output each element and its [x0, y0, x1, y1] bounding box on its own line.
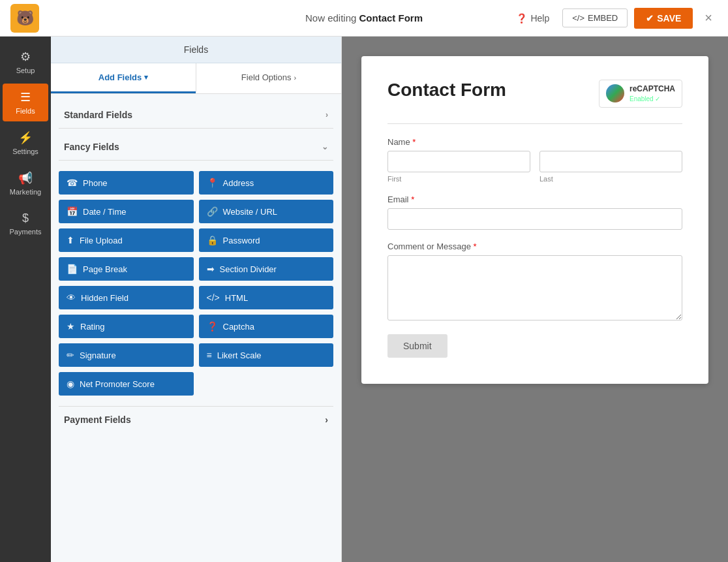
likert-icon: ≡	[207, 350, 212, 360]
password-field-button[interactable]: 🔒 Password	[199, 228, 334, 252]
nps-label: Net Promoter Score	[80, 379, 155, 389]
last-name-input[interactable]	[539, 151, 682, 172]
save-button[interactable]: ✔ SAVE	[634, 8, 693, 29]
fields-tabs: Add Fields ▾ Field Options ›	[51, 63, 341, 94]
help-icon: ❓	[516, 13, 527, 23]
sidebar-item-payments[interactable]: $ Payments	[3, 205, 48, 242]
section-divider-field-button[interactable]: ➡ Section Divider	[199, 257, 334, 281]
email-label: Email *	[387, 195, 682, 204]
fields-icon: ☰	[20, 90, 31, 104]
form-name: Contact Form	[359, 12, 423, 23]
standard-fields-section[interactable]: Standard Fields ›	[59, 102, 333, 129]
fancy-fields-section[interactable]: Fancy Fields ⌄	[59, 134, 333, 161]
close-icon: ×	[705, 10, 712, 25]
first-name-sublabel: First	[387, 175, 530, 183]
tab-field-options-label: Field Options	[241, 72, 292, 82]
embed-button[interactable]: </> EMBED	[562, 8, 628, 27]
hidden-field-button[interactable]: 👁 Hidden Field	[59, 286, 194, 309]
marketing-icon: 📢	[18, 171, 33, 185]
tab-add-fields[interactable]: Add Fields ▾	[51, 63, 196, 93]
chevron-right-icon: ›	[294, 74, 296, 82]
sidebar-item-fields[interactable]: ☰ Fields	[3, 84, 48, 121]
standard-fields-chevron: ›	[326, 110, 328, 119]
last-name-sublabel: Last	[539, 175, 682, 183]
header-right: ❓ Help </> EMBED ✔ SAVE ×	[509, 8, 718, 29]
sidebar-label-fields: Fields	[16, 107, 35, 115]
fields-content: Standard Fields › Fancy Fields ⌄ ☎ Phone…	[51, 94, 341, 441]
email-required: *	[409, 195, 415, 204]
likert-label: Likert Scale	[217, 351, 262, 360]
sidebar-item-marketing[interactable]: 📢 Marketing	[3, 164, 48, 202]
form-title: Contact Form	[387, 80, 506, 101]
page-break-field-button[interactable]: 📄 Page Break	[59, 257, 194, 281]
phone-field-button[interactable]: ☎ Phone	[59, 171, 194, 195]
captcha-field-button[interactable]: ❓ Captcha	[199, 315, 334, 338]
section-divider-label: Section Divider	[220, 264, 277, 274]
email-field-group: Email *	[387, 195, 682, 230]
form-divider	[387, 123, 682, 124]
name-row: First Last	[387, 151, 682, 183]
rating-field-button[interactable]: ★ Rating	[59, 315, 194, 338]
rating-icon: ★	[67, 321, 75, 332]
last-name-col: Last	[539, 151, 682, 183]
comment-label: Comment or Message *	[387, 242, 682, 251]
file-upload-field-button[interactable]: ⬆ File Upload	[59, 228, 194, 252]
rating-label: Rating	[80, 322, 105, 332]
logo: 🐻	[10, 4, 39, 33]
sidebar-label-setup: Setup	[16, 67, 35, 74]
hidden-label: Hidden Field	[81, 293, 129, 303]
header-left: 🐻	[10, 4, 39, 33]
fields-header-label: Fields	[184, 44, 208, 55]
submit-button[interactable]: Submit	[387, 334, 447, 358]
name-label: Name *	[387, 137, 682, 147]
nps-icon: ◉	[67, 379, 74, 389]
sidebar-item-setup[interactable]: ⚙ Setup	[3, 43, 48, 81]
setup-icon: ⚙	[20, 50, 31, 64]
sidebar-item-settings[interactable]: ⚡ Settings	[3, 124, 48, 162]
page-break-label: Page Break	[83, 264, 127, 274]
tab-field-options[interactable]: Field Options ›	[196, 63, 341, 93]
date-time-field-button[interactable]: 📅 Date / Time	[59, 200, 194, 223]
app-layout: ⚙ Setup ☰ Fields ⚡ Settings 📢 Marketing …	[0, 37, 728, 562]
help-button[interactable]: ❓ Help	[509, 9, 556, 27]
editing-prefix: Now editing	[305, 12, 359, 23]
embed-icon: </>	[572, 13, 584, 23]
settings-icon: ⚡	[18, 131, 33, 145]
save-icon: ✔	[646, 13, 654, 23]
close-button[interactable]: ×	[699, 8, 718, 28]
html-icon: </>	[207, 292, 220, 303]
payment-fields-section[interactable]: Payment Fields ›	[59, 406, 333, 433]
captcha-label: Captcha	[223, 322, 254, 332]
section-divider-icon: ➡	[207, 264, 215, 274]
password-label: Password	[223, 236, 260, 245]
standard-fields-label: Standard Fields	[64, 110, 132, 120]
website-icon: 🔗	[207, 206, 218, 217]
signature-icon: ✏	[67, 350, 74, 360]
recaptcha-text: reCAPTCHA Enabled ✓	[629, 84, 675, 103]
header-title: Now editing Contact Form	[305, 12, 423, 23]
website-url-field-button[interactable]: 🔗 Website / URL	[199, 200, 334, 223]
sidebar-label-marketing: Marketing	[10, 188, 41, 196]
net-promoter-score-field-button[interactable]: ◉ Net Promoter Score	[59, 372, 194, 396]
email-input[interactable]	[387, 208, 682, 230]
comment-textarea[interactable]	[387, 255, 682, 320]
password-icon: 🔒	[207, 235, 218, 245]
fields-panel-header: Fields	[51, 37, 341, 63]
likert-scale-field-button[interactable]: ≡ Likert Scale	[199, 343, 334, 367]
main-area: Contact Form reCAPTCHA Enabled ✓ Name *	[342, 37, 728, 562]
address-field-button[interactable]: 📍 Address	[199, 171, 334, 195]
recaptcha-title: reCAPTCHA	[629, 84, 675, 95]
date-time-label: Date / Time	[83, 207, 126, 217]
fancy-fields-label: Fancy Fields	[64, 142, 119, 152]
sidebar-label-settings: Settings	[12, 148, 38, 155]
signature-field-button[interactable]: ✏ Signature	[59, 343, 194, 367]
captcha-icon: ❓	[207, 321, 218, 332]
recaptcha-status: Enabled ✓	[629, 95, 675, 103]
first-name-input[interactable]	[387, 151, 530, 172]
html-field-button[interactable]: </> HTML	[199, 286, 334, 309]
comment-required: *	[471, 242, 477, 251]
file-upload-icon: ⬆	[67, 235, 74, 245]
date-icon: 📅	[67, 206, 78, 217]
comment-field-group: Comment or Message *	[387, 242, 682, 322]
form-title-row: Contact Form reCAPTCHA Enabled ✓	[387, 80, 682, 108]
